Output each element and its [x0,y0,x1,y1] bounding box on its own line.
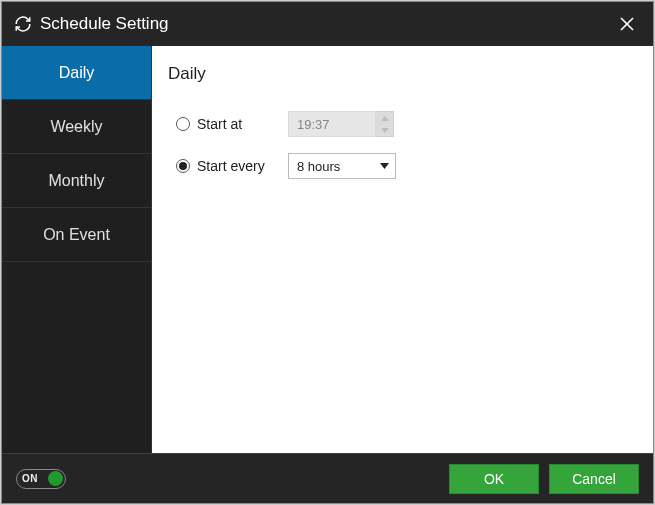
main-panel: Daily Start at 19:37 [152,46,653,453]
dialog-title: Schedule Setting [40,14,613,34]
tab-on-event[interactable]: On Event [2,208,151,262]
spinner-up[interactable] [376,112,393,124]
dialog-body: Daily Weekly Monthly On Event Daily Star… [2,46,653,453]
dropdown-icon [380,163,389,169]
radio-icon [176,159,190,173]
ok-button[interactable]: OK [449,464,539,494]
sync-icon [14,15,32,33]
tab-weekly[interactable]: Weekly [2,100,151,154]
tab-monthly[interactable]: Monthly [2,154,151,208]
interval-select[interactable]: 8 hours [288,153,396,179]
dialog: Schedule Setting Daily Weekly Monthly On… [1,1,654,504]
interval-value: 8 hours [297,159,340,174]
spinner-down[interactable] [376,124,393,136]
radio-start-at-label: Start at [197,116,242,132]
time-spinner [376,111,394,137]
radio-start-at[interactable]: Start at [168,116,288,132]
close-button[interactable] [613,10,641,38]
sidebar: Daily Weekly Monthly On Event [2,46,152,453]
panel-heading: Daily [168,64,637,84]
row-start-every: Start every 8 hours [168,152,637,180]
time-input[interactable]: 19:37 [288,111,376,137]
chevron-down-icon [381,128,389,133]
footer: ON OK Cancel [2,453,653,503]
enable-toggle[interactable]: ON [16,469,66,489]
cancel-button[interactable]: Cancel [549,464,639,494]
close-icon [619,16,635,32]
radio-icon [176,117,190,131]
toggle-label: ON [22,473,38,484]
time-input-container: 19:37 [288,111,394,137]
radio-start-every-label: Start every [197,158,265,174]
toggle-knob [48,471,63,486]
titlebar: Schedule Setting [2,2,653,46]
chevron-up-icon [381,116,389,121]
tab-daily[interactable]: Daily [2,46,151,100]
row-start-at: Start at 19:37 [168,110,637,138]
radio-start-every[interactable]: Start every [168,158,288,174]
